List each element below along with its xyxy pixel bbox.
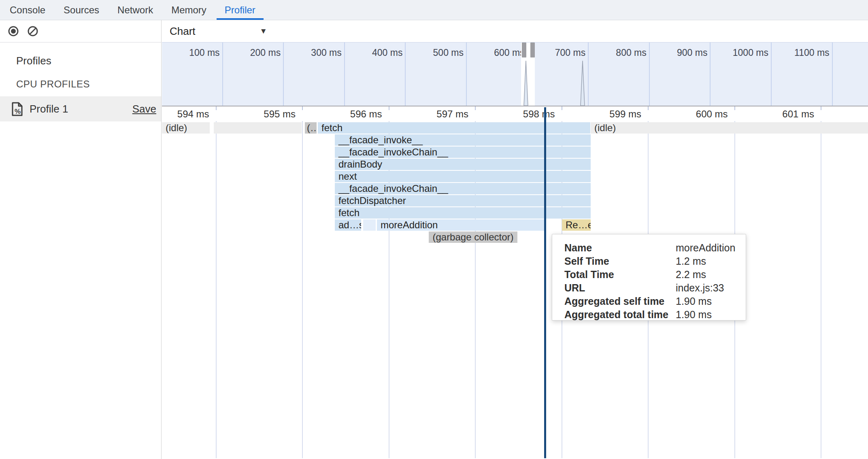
chevron-down-icon: ▼ — [260, 27, 267, 36]
overview-tick-label: 12 — [833, 42, 868, 106]
flame-bar[interactable]: fetchDispatcher — [335, 195, 591, 206]
tooltip-value: 1.90 ms — [676, 295, 712, 307]
flame-bar[interactable]: Re…e — [562, 219, 591, 231]
tooltip-row: NamemoreAddition — [564, 241, 746, 255]
flame-bar[interactable]: (idle) — [591, 122, 868, 134]
time-marker-line — [544, 107, 546, 458]
time-gridtick — [475, 106, 476, 110]
tooltip-label: Aggregated self time — [564, 295, 676, 307]
tooltip-value: index.js:33 — [676, 282, 724, 294]
selection-handle-left[interactable] — [522, 42, 526, 57]
time-gridtick — [648, 106, 649, 110]
view-mode-value: Chart — [170, 25, 196, 38]
flame-bar[interactable] — [214, 122, 302, 134]
overview-tick-label: 1100 ms — [772, 42, 833, 106]
save-link[interactable]: Save — [132, 103, 156, 115]
tooltip-label: Self Time — [564, 255, 676, 267]
tab-profiler[interactable]: Profiler — [217, 0, 264, 20]
flame-bar[interactable]: __facade_invokeChain__ — [335, 183, 591, 194]
flame-bar[interactable]: (garbage collector) — [429, 232, 517, 243]
flame-row: next — [162, 171, 868, 182]
ruler-tick-label: 594 ms — [162, 108, 209, 120]
flame-bar[interactable] — [363, 219, 376, 231]
profiler-toolbar — [0, 20, 161, 42]
overview-tick-label: 300 ms — [284, 42, 345, 106]
cpu-usage-spike — [579, 60, 586, 106]
overview-tick-label: 800 ms — [589, 42, 650, 106]
cpu-usage-spike — [522, 60, 530, 106]
record-button[interactable] — [7, 25, 19, 37]
tooltip-row: URLindex.js:33 — [564, 281, 746, 295]
view-mode-select[interactable]: Chart ▼ — [162, 25, 271, 38]
tooltip-label: URL — [564, 282, 676, 294]
flame-bar[interactable]: fetch — [335, 207, 591, 219]
ruler-tick-label: 599 ms — [585, 108, 641, 120]
ruler-tick-label: 596 ms — [326, 108, 382, 120]
flame-bar[interactable]: __facade_invoke__ — [335, 134, 591, 146]
overview-tick-label: 200 ms — [223, 42, 284, 106]
tab-sources[interactable]: Sources — [55, 0, 107, 20]
flame-row: fetch — [162, 207, 868, 219]
tab-console[interactable]: Console — [2, 0, 53, 20]
flame-bar[interactable]: __facade_invokeChain__ — [335, 147, 591, 158]
flame-row: __facade_invokeChain__ — [162, 183, 868, 194]
tooltip-row: Self Time1.2 ms — [564, 255, 746, 268]
flame-row: (garbage collector) — [162, 232, 868, 243]
timeline-overview[interactable]: 100 ms200 ms300 ms400 ms500 ms600 ms700 … — [162, 42, 868, 106]
time-gridtick — [821, 106, 821, 110]
tooltip-label: Aggregated total time — [564, 309, 676, 321]
sidebar-item-profile-1[interactable]: % Profile 1 Save — [0, 96, 161, 121]
profiler-sidebar: Profiles CPU PROFILES % Profile 1 Save — [0, 20, 162, 459]
profiles-heading: Profiles — [16, 55, 161, 67]
tooltip-value: 2.2 ms — [676, 269, 706, 280]
flame-row: fetchDispatcher — [162, 195, 868, 206]
devtools-tabbar: ConsoleSourcesNetworkMemoryProfiler — [0, 0, 868, 20]
devtools-window: ConsoleSourcesNetworkMemoryProfiler Prof… — [0, 0, 868, 459]
profile-document-icon: % — [12, 102, 23, 116]
tooltip-row: Aggregated total time1.90 ms — [564, 308, 746, 321]
flame-row: (idle)(…fetch(idle) — [162, 122, 868, 134]
overview-tick-label: 600 ms — [467, 42, 528, 106]
overview-tick-label: 400 ms — [345, 42, 406, 106]
time-gridtick — [389, 106, 389, 110]
cpu-profiles-section-label: CPU PROFILES — [16, 79, 161, 90]
flame-bar[interactable]: (… — [305, 122, 317, 134]
flame-bar[interactable]: ad…s — [335, 219, 361, 231]
flame-bar[interactable]: (idle) — [162, 122, 210, 134]
ruler-tick-label: 601 ms — [757, 108, 814, 120]
flame-bar[interactable]: drainBody — [335, 159, 591, 170]
time-gridtick — [302, 106, 303, 110]
time-gridtick — [216, 106, 217, 110]
ruler-tick-label: 598 ms — [498, 108, 555, 120]
svg-text:%: % — [15, 108, 21, 115]
ruler-tick-label: 595 ms — [239, 108, 296, 120]
flame-bar[interactable]: next — [335, 171, 591, 182]
tooltip-value: moreAddition — [676, 242, 735, 254]
overview-tick-label: 900 ms — [650, 42, 711, 106]
circle-slash-icon — [27, 25, 39, 37]
selection-handle-right[interactable] — [530, 42, 535, 57]
flame-row: __facade_invokeChain__ — [162, 147, 868, 158]
flame-row: ad…smoreAdditionRe…e — [162, 219, 868, 231]
tooltip-value: 1.90 ms — [676, 309, 712, 321]
tooltip-row: Aggregated self time1.90 ms — [564, 295, 746, 308]
clear-button[interactable] — [27, 25, 39, 37]
time-gridtick — [562, 106, 562, 110]
record-circle-icon — [7, 25, 19, 37]
flame-chart: NamemoreAdditionSelf Time1.2 msTotal Tim… — [162, 106, 868, 458]
flame-row: __facade_invoke__ — [162, 134, 868, 146]
tooltip-row: Total Time2.2 ms — [564, 268, 746, 281]
tab-network[interactable]: Network — [109, 0, 161, 20]
tab-memory[interactable]: Memory — [163, 0, 215, 20]
flame-bar[interactable]: moreAddition — [377, 219, 545, 231]
time-gridtick — [734, 106, 735, 110]
view-toolbar: Chart ▼ — [162, 20, 868, 42]
profiler-main: Chart ▼ 100 ms200 ms300 ms400 ms500 ms60… — [162, 20, 868, 459]
overview-tick-label: 100 ms — [162, 42, 223, 106]
ruler-tick-label: 600 ms — [671, 108, 728, 120]
overview-tick-label: 1000 ms — [711, 42, 772, 106]
tooltip-label: Total Time — [564, 269, 676, 280]
ruler-tick-label: 597 ms — [412, 108, 468, 120]
flame-row: drainBody — [162, 159, 868, 170]
flame-bar[interactable]: fetch — [318, 122, 590, 134]
